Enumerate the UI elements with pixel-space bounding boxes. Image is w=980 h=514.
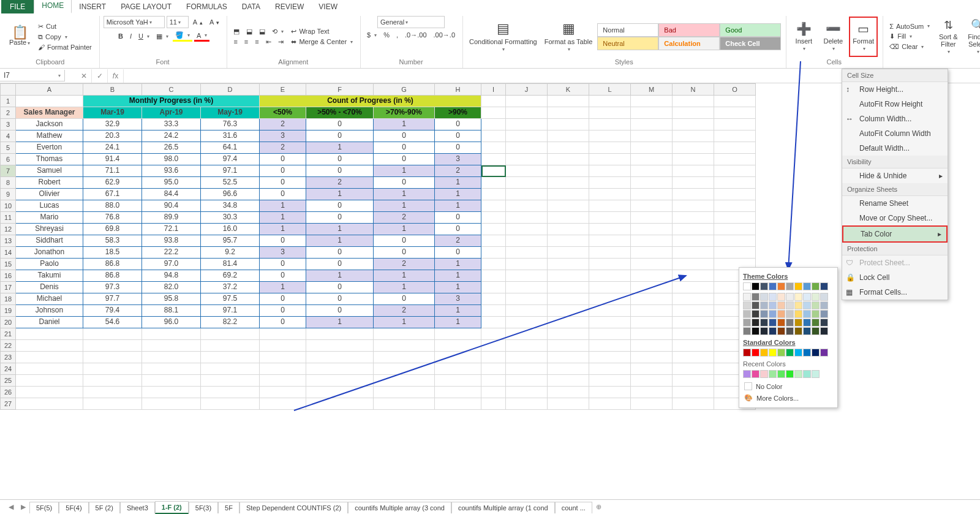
cell[interactable]: 54.6: [83, 317, 142, 328]
cell[interactable]: [374, 375, 435, 387]
cell[interactable]: [506, 130, 548, 142]
color-swatch[interactable]: [743, 327, 751, 335]
color-swatch[interactable]: [769, 349, 777, 357]
cell[interactable]: [714, 177, 756, 189]
cell[interactable]: 82.0: [142, 282, 201, 293]
cell[interactable]: [548, 177, 589, 189]
cell[interactable]: 94.8: [142, 270, 201, 282]
cell[interactable]: [673, 352, 714, 363]
cell[interactable]: [83, 340, 142, 352]
color-swatch[interactable]: [803, 327, 811, 335]
cell[interactable]: 82.2: [201, 317, 260, 328]
cell[interactable]: [306, 352, 374, 363]
cell[interactable]: 1: [306, 270, 374, 282]
row-header[interactable]: 8: [0, 177, 16, 189]
cell[interactable]: 0: [260, 305, 306, 317]
underline-button[interactable]: U: [136, 32, 152, 40]
cell[interactable]: [201, 328, 260, 340]
cell[interactable]: [631, 130, 673, 142]
cell[interactable]: [506, 398, 548, 410]
color-swatch[interactable]: [812, 282, 820, 290]
cell[interactable]: 2: [260, 119, 306, 130]
cell[interactable]: [142, 352, 201, 363]
cell[interactable]: [714, 212, 756, 224]
cell[interactable]: 1: [260, 224, 306, 235]
cell[interactable]: [589, 130, 631, 142]
cell[interactable]: [589, 305, 631, 317]
cell[interactable]: 0: [306, 282, 374, 293]
cell[interactable]: [83, 352, 142, 363]
cell[interactable]: 58.3: [83, 235, 142, 247]
color-swatch[interactable]: [752, 319, 760, 327]
cell[interactable]: [714, 235, 756, 247]
cell[interactable]: 98.0: [142, 154, 201, 165]
cell[interactable]: [374, 352, 435, 363]
cell[interactable]: 32.9: [83, 119, 142, 130]
cell[interactable]: [673, 398, 714, 410]
cell[interactable]: 1: [306, 142, 374, 154]
style-good[interactable]: Good: [720, 23, 781, 37]
font-size-select[interactable]: 11: [167, 16, 189, 28]
cell[interactable]: 1: [374, 165, 435, 177]
align-middle-button[interactable]: ⬓: [244, 27, 255, 36]
color-swatch[interactable]: [786, 370, 794, 378]
cell[interactable]: [589, 165, 631, 177]
cell[interactable]: [589, 387, 631, 398]
cell[interactable]: [714, 247, 756, 259]
cell[interactable]: >50% - <70%: [306, 107, 374, 119]
cell[interactable]: [481, 154, 506, 165]
color-swatch[interactable]: [786, 310, 794, 318]
column-header[interactable]: G: [374, 83, 435, 96]
italic-button[interactable]: I: [127, 32, 134, 40]
cell[interactable]: 0: [306, 165, 374, 177]
column-header[interactable]: L: [589, 83, 631, 96]
menu-move-copy-sheet[interactable]: Move or Copy Sheet...: [842, 211, 948, 225]
decrease-decimal-button[interactable]: .00→.0: [431, 31, 458, 39]
cell[interactable]: [673, 317, 714, 328]
color-swatch[interactable]: [794, 327, 802, 335]
cell[interactable]: 97.5: [201, 293, 260, 305]
cell[interactable]: Monthly Progress (in %): [83, 96, 260, 107]
tab-home[interactable]: HOME: [34, 0, 72, 13]
color-swatch[interactable]: [803, 310, 811, 318]
row-header[interactable]: 1: [0, 96, 16, 107]
cell[interactable]: [506, 165, 548, 177]
cell[interactable]: 1: [306, 224, 374, 235]
cell[interactable]: [306, 340, 374, 352]
cell[interactable]: [548, 282, 589, 293]
cell[interactable]: [435, 340, 481, 352]
cell[interactable]: [260, 340, 306, 352]
align-center-button[interactable]: ≡: [242, 37, 251, 46]
cell[interactable]: [548, 259, 589, 270]
font-color-button[interactable]: A: [194, 31, 209, 42]
cell[interactable]: [260, 398, 306, 410]
cell[interactable]: 88.0: [83, 200, 142, 212]
cell[interactable]: Robert: [16, 177, 83, 189]
cell[interactable]: [142, 363, 201, 375]
cell[interactable]: [201, 352, 260, 363]
cell[interactable]: [201, 375, 260, 387]
cell[interactable]: 0: [260, 317, 306, 328]
column-header[interactable]: C: [142, 83, 201, 96]
cell[interactable]: [673, 189, 714, 200]
cell[interactable]: 1: [435, 259, 481, 270]
menu-column-width[interactable]: ↔Column Width...: [842, 111, 948, 126]
color-swatch[interactable]: [777, 349, 785, 357]
cell[interactable]: 1: [306, 189, 374, 200]
cell[interactable]: [435, 398, 481, 410]
cell[interactable]: [506, 119, 548, 130]
cell[interactable]: [142, 328, 201, 340]
menu-autofit-col[interactable]: AutoFit Column Width: [842, 126, 948, 141]
color-swatch[interactable]: [786, 301, 794, 309]
cell[interactable]: [548, 363, 589, 375]
decrease-font-button[interactable]: A▾: [207, 18, 222, 26]
cell[interactable]: [481, 293, 506, 305]
cell[interactable]: 31.6: [201, 130, 260, 142]
cell[interactable]: 0: [306, 212, 374, 224]
cell[interactable]: [714, 96, 756, 107]
cell[interactable]: 95.7: [201, 235, 260, 247]
color-swatch[interactable]: [812, 301, 820, 309]
cell[interactable]: [481, 259, 506, 270]
row-header[interactable]: 4: [0, 130, 16, 142]
cell[interactable]: [481, 305, 506, 317]
